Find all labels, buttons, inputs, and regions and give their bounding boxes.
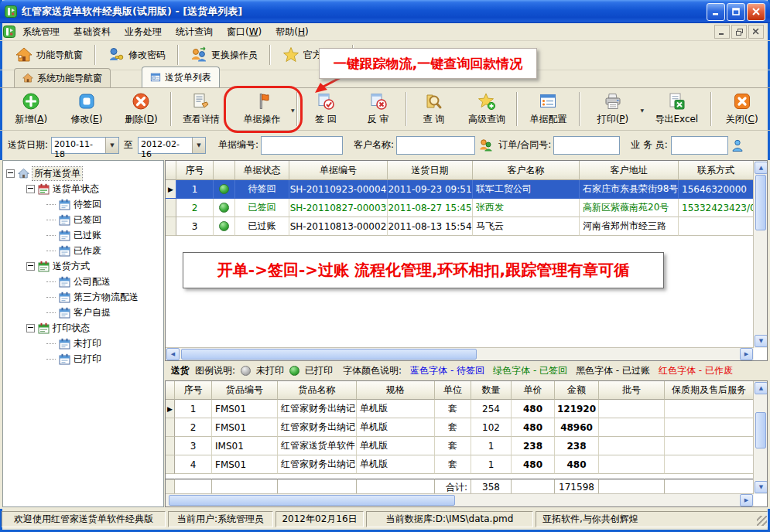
tree-item[interactable]: 已打印 xyxy=(3,351,163,367)
column-header[interactable]: 单据编号 xyxy=(289,161,388,180)
tab-active[interactable]: 送货单列表 xyxy=(142,66,220,87)
toolbar-button-adv-search[interactable]: 高级查询 xyxy=(459,89,515,129)
scrollbar-thumb[interactable] xyxy=(169,495,455,506)
close-button[interactable] xyxy=(747,3,765,21)
scroll-right-icon[interactable]: ▶ xyxy=(740,348,753,360)
chevron-down-icon[interactable]: ▼ xyxy=(192,138,205,153)
menu-item[interactable]: 业务处理 xyxy=(118,24,169,40)
expander-icon[interactable] xyxy=(6,169,15,178)
row-selector[interactable]: ▶ xyxy=(166,180,176,199)
toolbar-button-print[interactable]: 打印(P)▼ xyxy=(582,89,644,129)
customer-input[interactable] xyxy=(396,136,475,155)
resize-grip[interactable] xyxy=(757,516,767,526)
tree-item[interactable]: 客户自提 xyxy=(3,305,163,320)
column-header[interactable]: 批号 xyxy=(599,381,665,400)
scroll-right-icon[interactable]: ▶ xyxy=(740,494,753,506)
items-vertical-scrollbar[interactable]: ▲ ▼ xyxy=(753,381,767,494)
tree-item[interactable]: 已作废 xyxy=(3,243,163,258)
customer-lookup-icon[interactable] xyxy=(479,138,492,152)
date-to-combo[interactable]: 2012-02-16 ▼ xyxy=(138,137,206,154)
tree-item[interactable]: 打印状态 xyxy=(3,320,163,336)
column-header[interactable]: 送货日期 xyxy=(388,161,473,180)
items-horizontal-scrollbar[interactable]: ▶ xyxy=(166,493,754,506)
column-header[interactable] xyxy=(214,161,235,180)
column-header[interactable] xyxy=(166,161,176,180)
column-header[interactable]: 单据状态 xyxy=(235,161,289,180)
column-header[interactable]: 货品编号 xyxy=(212,381,278,400)
orders-vertical-scrollbar[interactable]: ▲ ▼ xyxy=(753,161,767,348)
menu-item[interactable]: 基础资料 xyxy=(67,24,118,40)
orders-horizontal-scrollbar[interactable]: ◀ ▶ xyxy=(166,347,754,360)
toolbar-button-search[interactable]: 查 询 xyxy=(409,89,459,129)
scroll-down-icon[interactable]: ▼ xyxy=(755,481,768,493)
item-row[interactable]: 4FMS01红管家财务出纳记单机版套1480480 xyxy=(166,455,767,474)
scroll-up-icon[interactable]: ▲ xyxy=(755,382,768,394)
toolbar-button-view-detail[interactable]: 查看详情 xyxy=(173,89,230,129)
tree-item[interactable]: 送货方式 xyxy=(3,258,163,274)
item-row[interactable]: 2FMS01红管家财务出纳记单机版套10248048960 xyxy=(166,418,767,437)
tree-item[interactable]: 已签回 xyxy=(3,212,163,227)
maximize-button[interactable] xyxy=(727,3,745,21)
date-from-combo[interactable]: 2010-11-18 ▼ xyxy=(51,137,119,154)
order-row[interactable]: 3已过账SH-20110813-000022011-08-13 15:54马飞云… xyxy=(166,217,767,236)
chevron-down-icon[interactable]: ▼ xyxy=(105,138,118,153)
expander-icon[interactable] xyxy=(26,324,35,332)
scrollbar-thumb[interactable] xyxy=(755,175,766,230)
order-row[interactable]: ▶1待签回SH-20110923-000042011-09-23 09:51联军… xyxy=(166,180,767,199)
doc-no-input[interactable] xyxy=(261,136,343,155)
mdi-close-button[interactable] xyxy=(748,25,764,39)
row-selector[interactable] xyxy=(166,455,175,474)
toolbar-button-close[interactable]: 关闭(C) xyxy=(714,89,770,129)
toolbar-button-sign-back[interactable]: 签 回 xyxy=(299,89,353,129)
item-row[interactable]: 3IMS01红管家送货单软件单机版套1238238 xyxy=(166,437,767,455)
tree-item[interactable]: 所有送货单 xyxy=(3,165,163,181)
mdi-restore-button[interactable] xyxy=(731,25,747,39)
column-header[interactable]: 客户地址 xyxy=(580,161,679,180)
toolbar-button-home[interactable]: 功能导航窗 xyxy=(8,43,91,66)
tree-item[interactable]: 第三方物流配送 xyxy=(3,289,163,305)
column-header[interactable]: 保质期及售后服务 xyxy=(665,381,754,400)
row-selector[interactable] xyxy=(166,199,176,217)
tree-item[interactable]: 已过账 xyxy=(3,227,163,243)
tree-item[interactable]: 未打印 xyxy=(3,336,163,351)
expander-icon[interactable] xyxy=(26,262,35,271)
menu-item[interactable]: 统计查询 xyxy=(169,24,220,40)
order-no-input[interactable] xyxy=(553,136,620,155)
column-header[interactable]: 联系方式 xyxy=(679,161,754,180)
tree-item[interactable]: 待签回 xyxy=(3,196,163,212)
scrollbar-thumb[interactable] xyxy=(755,412,766,448)
mdi-minimize-button[interactable] xyxy=(714,25,730,39)
row-selector[interactable]: ▶ xyxy=(166,400,175,418)
salesman-input[interactable] xyxy=(671,136,728,155)
toolbar-button-add[interactable]: 新增(A) xyxy=(3,89,60,129)
column-header[interactable]: 单价 xyxy=(512,381,555,400)
expander-icon[interactable] xyxy=(26,185,35,193)
column-header[interactable]: 金额 xyxy=(555,381,599,400)
salesman-lookup-icon[interactable] xyxy=(731,139,744,152)
column-header[interactable]: 客户名称 xyxy=(473,161,580,180)
tab-inactive[interactable]: 系统功能导航窗 xyxy=(14,68,111,87)
toolbar-button-password[interactable]: 修改密码 xyxy=(100,43,173,66)
column-header[interactable]: 序号 xyxy=(176,161,214,180)
menu-item[interactable]: 系统管理 xyxy=(15,24,67,40)
order-row[interactable]: 2已签回SH-20110827-000032011-08-27 15:45张西发… xyxy=(166,199,767,217)
toolbar-button-excel[interactable]: 导出Excel xyxy=(644,89,709,129)
column-header[interactable]: 单位 xyxy=(435,381,471,400)
column-header[interactable]: 规格 xyxy=(357,381,435,400)
scroll-left-icon[interactable]: ◀ xyxy=(166,348,180,360)
item-row[interactable]: ▶1FMS01红管家财务出纳记单机版套254480121920 xyxy=(166,400,767,418)
column-header[interactable]: 序号 xyxy=(175,381,212,400)
minimize-button[interactable] xyxy=(707,3,725,21)
row-selector[interactable] xyxy=(166,418,175,437)
row-selector[interactable] xyxy=(166,437,175,455)
tree-item[interactable]: 公司配送 xyxy=(3,274,163,289)
column-header[interactable] xyxy=(166,381,175,400)
menu-item[interactable]: 窗口(W) xyxy=(220,24,269,40)
row-selector[interactable] xyxy=(166,217,176,236)
scrollbar-thumb[interactable] xyxy=(181,349,477,360)
scroll-up-icon[interactable]: ▲ xyxy=(755,162,768,174)
toolbar-button-switch-user[interactable]: 更换操作员 xyxy=(183,43,265,66)
toolbar-button-reject[interactable]: 反 审 xyxy=(352,89,404,129)
toolbar-button-config[interactable]: 单据配置 xyxy=(519,89,577,129)
scroll-down-icon[interactable]: ▼ xyxy=(755,335,768,347)
